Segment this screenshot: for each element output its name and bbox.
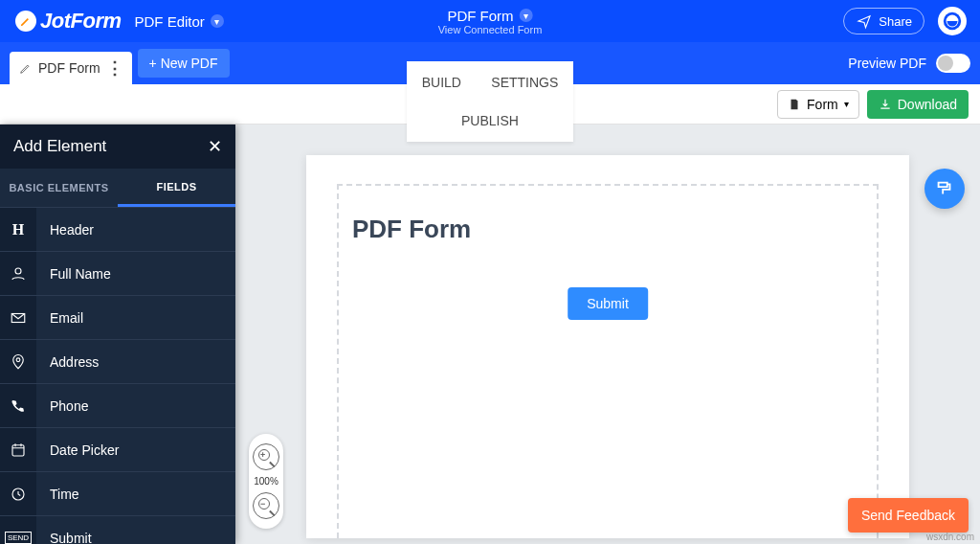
preview-toggle[interactable]: [936, 54, 970, 73]
share-button[interactable]: Share: [843, 8, 924, 34]
user-avatar[interactable]: [938, 7, 967, 35]
brand-name: JotForm: [40, 9, 122, 34]
user-icon: [0, 252, 36, 295]
tab-fields[interactable]: FIELDS: [118, 169, 235, 207]
panel-tabs: BASIC ELEMENTS FIELDS: [0, 169, 235, 207]
view-connected-form-link[interactable]: View Connected Form: [438, 24, 543, 35]
edit-icon: [19, 61, 33, 75]
element-phone[interactable]: Phone: [0, 383, 235, 427]
element-submit[interactable]: SEND Submit: [0, 515, 235, 544]
zoom-controls: + 100% −: [249, 434, 283, 529]
chevron-down-icon: ▾: [211, 14, 224, 28]
send-icon: SEND: [0, 516, 36, 544]
element-time[interactable]: Time: [0, 471, 235, 515]
logo-icon: [15, 11, 36, 32]
calendar-icon: [0, 428, 36, 471]
document-title-area: PDF Form ▾ View Connected Form: [438, 8, 543, 35]
new-pdf-button[interactable]: + New PDF: [138, 49, 230, 78]
tabs-bar: PDF Form ⋮ + New PDF BUILD SETTINGS PUBL…: [0, 42, 980, 84]
mail-icon: [0, 296, 36, 339]
page-drop-area[interactable]: PDF Form Submit: [337, 184, 879, 538]
form-type-dropdown[interactable]: Form ▾: [777, 90, 859, 119]
avatar-icon: [942, 11, 963, 32]
brand-logo[interactable]: JotForm: [0, 9, 122, 34]
chevron-down-icon: ▾: [844, 99, 849, 109]
element-date-picker[interactable]: Date Picker: [0, 427, 235, 471]
download-icon: [879, 98, 892, 111]
form-submit-button[interactable]: Submit: [568, 287, 648, 320]
pen-icon: [19, 14, 33, 28]
tab-publish[interactable]: PUBLISH: [407, 103, 573, 142]
elements-list: H Header Full Name Email Address Phone D…: [0, 207, 235, 544]
close-icon[interactable]: ✕: [208, 136, 222, 157]
add-element-panel: Add Element ✕ BASIC ELEMENTS FIELDS H He…: [0, 125, 235, 544]
chevron-down-icon: ▾: [520, 9, 533, 22]
tab-settings[interactable]: SETTINGS: [478, 61, 571, 103]
element-full-name[interactable]: Full Name: [0, 251, 235, 295]
share-icon: [856, 12, 873, 30]
roller-icon: [934, 178, 955, 199]
element-email[interactable]: Email: [0, 295, 235, 339]
header-icon: H: [0, 208, 36, 251]
preview-pdf-label: Preview PDF: [848, 56, 926, 71]
element-header[interactable]: H Header: [0, 207, 235, 251]
document-title[interactable]: PDF Form ▾: [438, 8, 543, 24]
document-icon: [788, 98, 801, 111]
panel-header: Add Element ✕: [0, 125, 235, 169]
design-fab-button[interactable]: [924, 169, 965, 209]
document-tab[interactable]: PDF Form ⋮: [10, 52, 132, 84]
tab-basic-elements[interactable]: BASIC ELEMENTS: [0, 169, 118, 207]
svg-point-2: [15, 268, 21, 274]
zoom-in-button[interactable]: +: [253, 443, 279, 470]
page-title: PDF Form: [352, 215, 877, 244]
send-feedback-button[interactable]: Send Feedback: [848, 498, 969, 533]
product-name: PDF Editor: [135, 13, 205, 30]
mode-tabs: BUILD SETTINGS PUBLISH: [407, 61, 573, 142]
clock-icon: [0, 472, 36, 515]
phone-icon: [0, 384, 36, 427]
zoom-out-button[interactable]: −: [253, 492, 279, 519]
download-button[interactable]: Download: [867, 90, 969, 119]
product-switcher[interactable]: PDF Editor ▾: [135, 13, 224, 30]
svg-point-4: [16, 357, 20, 361]
zoom-percentage: 100%: [254, 476, 278, 487]
svg-rect-5: [12, 444, 24, 455]
pin-icon: [0, 340, 36, 383]
tab-build[interactable]: BUILD: [409, 61, 475, 103]
watermark: wsxdn.com: [926, 532, 974, 542]
top-bar: JotForm PDF Editor ▾ PDF Form ▾ View Con…: [0, 0, 980, 42]
tab-more-icon[interactable]: ⋮: [106, 57, 122, 79]
element-address[interactable]: Address: [0, 339, 235, 383]
pdf-page[interactable]: PDF Form Submit: [306, 155, 909, 538]
